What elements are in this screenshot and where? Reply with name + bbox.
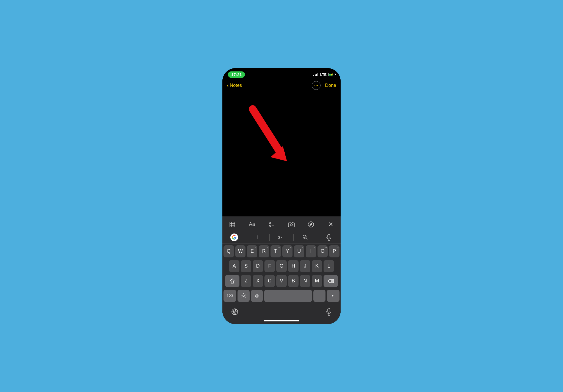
key-c[interactable]: C [264,275,275,287]
bottom-bar [222,306,341,318]
key-n[interactable]: N [300,275,310,287]
close-icon[interactable]: ✕ [326,219,336,229]
format-text-icon[interactable]: Aa [247,219,257,229]
key-h[interactable]: H [288,260,299,272]
key-e[interactable]: E3 [247,245,257,257]
svg-rect-3 [230,222,235,227]
suggestion-l[interactable]: l [246,232,269,243]
svg-line-1 [253,109,282,154]
key-y[interactable]: Y6 [282,245,293,257]
status-right: LTE ⚡ [313,73,335,77]
key-l[interactable]: L [324,260,334,272]
annotation-arrow [239,104,294,164]
mic-suggestion[interactable] [317,232,341,243]
svg-marker-14 [310,223,312,225]
shift-key[interactable] [225,275,239,287]
key-f[interactable]: F [264,260,275,272]
key-u[interactable]: U7 [294,245,304,257]
key-m[interactable]: M [312,275,322,287]
key-v[interactable]: V [276,275,287,287]
key-r[interactable]: R4 [259,245,269,257]
svg-point-12 [290,224,292,226]
google-icon [230,233,238,241]
done-button[interactable]: Done [325,83,336,88]
table-icon[interactable] [227,219,237,229]
key-o[interactable]: O9 [318,245,328,257]
suggestions-row: l G × [222,232,341,244]
svg-text:G: G [278,236,280,240]
keyboard-toolbar: Aa ✕ [222,216,341,232]
microphone-icon[interactable] [326,308,332,317]
svg-point-9 [270,225,271,226]
translate-icon[interactable]: G × [270,232,293,243]
svg-point-24 [243,295,244,297]
image-search-icon[interactable] [294,232,317,243]
keyboard: Q1 W2 E3 R4 T5 Y6 U7 I8 O9 P0 A S D F G … [222,244,341,306]
key-x[interactable]: X [253,275,263,287]
key-k[interactable]: K [312,260,322,272]
google-suggestion[interactable] [222,232,246,243]
svg-point-17 [303,235,306,238]
settings-key[interactable] [238,290,250,302]
key-d[interactable]: D [253,260,263,272]
key-w[interactable]: W2 [235,245,246,257]
key-t[interactable]: T5 [271,245,281,257]
lte-label: LTE [320,73,327,77]
signal-icon [313,73,318,76]
key-p[interactable]: P0 [329,245,340,257]
numbers-key[interactable]: 123 [223,290,236,302]
keyboard-row-4: 123 ☺ . ↵ [223,290,340,302]
svg-point-8 [270,222,271,224]
key-a[interactable]: A [229,260,239,272]
key-z[interactable]: Z [241,275,251,287]
key-q[interactable]: Q1 [223,245,234,257]
globe-icon[interactable] [231,308,238,316]
keyboard-row-1: Q1 W2 E3 R4 T5 Y6 U7 I8 O9 P0 [223,245,340,257]
back-label: Notes [230,83,242,88]
delete-key[interactable] [324,275,338,287]
nav-bar: ‹ Notes ··· Done [222,79,341,93]
svg-point-18 [304,236,305,237]
svg-text:×: × [280,236,282,240]
home-indicator [222,318,341,324]
location-icon[interactable] [306,219,316,229]
keyboard-row-3: Z X C V B N M [223,275,340,287]
emoji-key[interactable]: ☺ [251,290,263,302]
keyboard-row-2: A S D F G H J K L [223,260,340,272]
back-button[interactable]: ‹ Notes [227,82,242,88]
key-g[interactable]: G [276,260,287,272]
suggestion-text: l [257,235,258,240]
key-b[interactable]: B [288,275,299,287]
nav-right: ··· Done [312,81,336,90]
home-bar [264,320,299,321]
ellipsis-icon: ··· [314,82,318,88]
space-key[interactable] [264,290,312,302]
battery-icon: ⚡ [328,73,335,76]
note-content[interactable] [222,93,341,216]
svg-rect-28 [328,308,330,312]
return-key[interactable]: ↵ [327,290,340,302]
camera-icon[interactable] [286,219,296,229]
checklist-icon[interactable] [267,219,277,229]
key-i[interactable]: I8 [306,245,316,257]
status-time: 17:21 [228,71,245,78]
chevron-left-icon: ‹ [227,82,229,88]
svg-rect-19 [328,234,330,238]
phone: 17:21 LTE ⚡ ‹ Notes ··· Done [222,68,341,324]
key-j[interactable]: J [300,260,310,272]
more-button[interactable]: ··· [312,81,321,90]
period-key[interactable]: . [313,290,325,302]
key-s[interactable]: S [241,260,251,272]
status-bar: 17:21 LTE ⚡ [222,68,341,79]
